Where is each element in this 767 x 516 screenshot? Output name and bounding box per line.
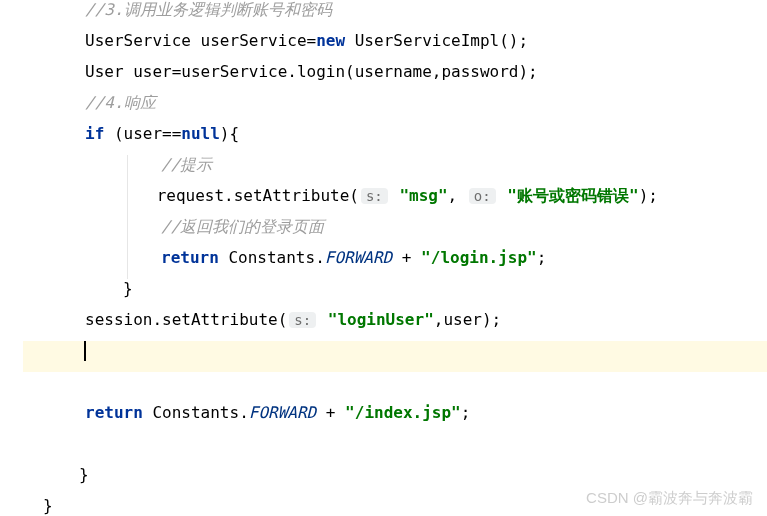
code-line — [23, 434, 767, 465]
indent-guide — [127, 186, 128, 217]
constant-forward: FORWARD — [325, 248, 392, 267]
indent-guide — [127, 217, 128, 248]
code-line: //提示 — [23, 155, 767, 186]
caret-icon — [84, 341, 86, 361]
code-line: return Constants.FORWARD + "/login.jsp"; — [23, 248, 767, 279]
code-line: User user=userService.login(username,pas… — [23, 62, 767, 93]
param-hint-s: s: — [361, 188, 388, 204]
indent-guide — [127, 155, 128, 186]
string-literal: "msg" — [399, 186, 447, 205]
code-line: //返回我们的登录页面 — [23, 217, 767, 248]
keyword-new: new — [316, 31, 345, 50]
code-line: return Constants.FORWARD + "/index.jsp"; — [23, 403, 767, 434]
keyword-if: if — [85, 124, 104, 143]
keyword-return: return — [85, 403, 143, 422]
param-hint-s: s: — [289, 312, 316, 328]
keyword-return: return — [161, 248, 219, 267]
code-line — [23, 372, 767, 403]
string-literal: "/login.jsp" — [421, 248, 537, 267]
code-line: //3.调用业务逻辑判断账号和密码 — [23, 0, 767, 31]
code-line: } — [23, 279, 767, 310]
string-literal: "loginUser" — [328, 310, 434, 329]
code-editor[interactable]: //3.调用业务逻辑判断账号和密码 UserService userServic… — [23, 0, 767, 516]
code-line: UserService userService=new UserServiceI… — [23, 31, 767, 62]
comment: //4.响应 — [85, 93, 156, 114]
indent-guide — [127, 248, 128, 279]
code-line: session.setAttribute(s: "loginUser",user… — [23, 310, 767, 341]
code-line: if (user==null){ — [23, 124, 767, 155]
code-line: //4.响应 — [23, 93, 767, 124]
code-line: request.setAttribute(s: "msg", o: "账号或密码… — [23, 186, 767, 217]
editor-gutter — [0, 0, 23, 516]
comment: //提示 — [161, 155, 212, 176]
watermark: CSDN @霸波奔与奔波霸 — [586, 489, 753, 508]
comment: //返回我们的登录页面 — [161, 217, 324, 238]
string-literal: "/index.jsp" — [345, 403, 461, 422]
comment: //3.调用业务逻辑判断账号和密码 — [85, 0, 332, 21]
keyword-null: null — [181, 124, 220, 143]
code-line-current — [23, 341, 767, 372]
param-hint-o: o: — [469, 188, 496, 204]
constant-forward: FORWARD — [249, 403, 316, 422]
string-literal: "账号或密码错误" — [507, 186, 638, 207]
